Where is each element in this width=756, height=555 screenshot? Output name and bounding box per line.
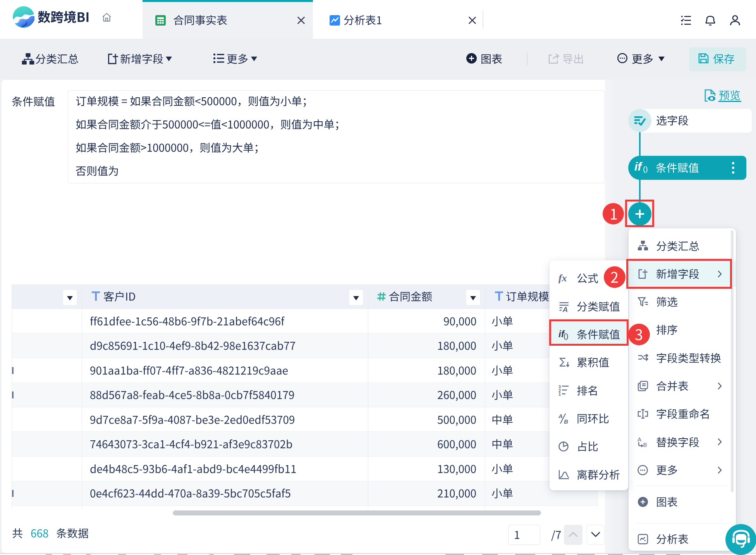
svg-text:A: A [637,436,641,443]
svg-text:A: A [558,413,563,419]
svg-text:1: 1 [558,392,561,396]
svg-text:fx: fx [558,273,567,284]
svg-text:B: B [564,418,568,424]
svg-text:B: B [643,441,647,447]
svg-text:A: A [562,305,568,312]
